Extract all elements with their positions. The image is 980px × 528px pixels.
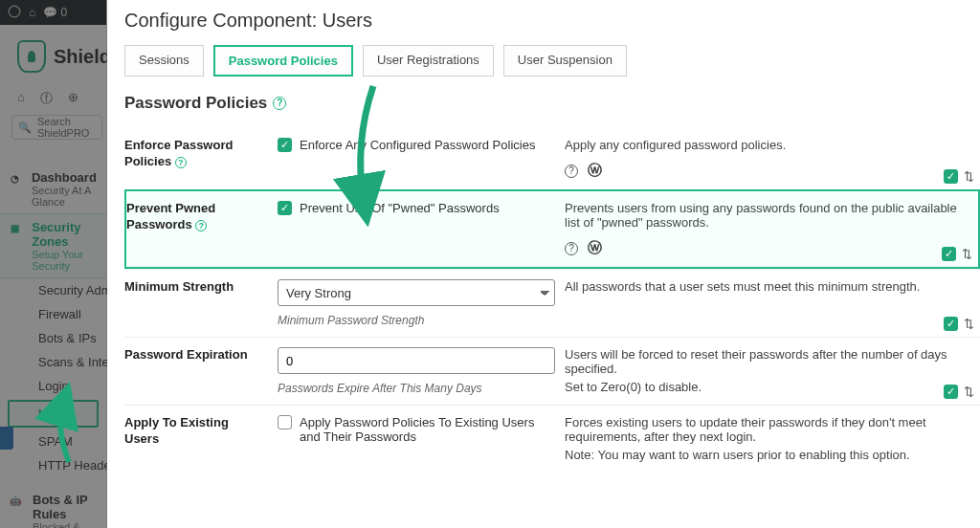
status-ok-icon: ✓ (942, 247, 956, 261)
sidebar-item-security-admin[interactable]: Security Admin (0, 278, 106, 302)
facebook-icon[interactable]: ⓕ (40, 90, 53, 107)
tab-user-registrations[interactable]: User Registrations (363, 45, 494, 77)
wp-admin-bar: ⌂ 💬 0 (0, 0, 106, 25)
brand-logo: Shield (17, 40, 111, 73)
checkbox-enforce[interactable]: ✓ Enforce Any Configured Password Polici… (278, 138, 553, 152)
desc-strength: All passwords that a user sets must meet… (565, 279, 969, 294)
sort-icon[interactable]: ⇅ (964, 385, 974, 399)
label-enforce: Enforce Password Policies ? (124, 128, 278, 189)
wordpress-icon[interactable]: ⓦ (588, 162, 602, 180)
grid-icon: ▦ (10, 220, 20, 235)
shield-icon (17, 40, 46, 73)
home-icon[interactable]: ⌂ (29, 6, 35, 19)
label-expiration: Password Expiration (124, 337, 278, 405)
settings-table: Enforce Password Policies ? ✓ Enforce An… (124, 128, 980, 472)
sidebar-item-users[interactable]: Users (8, 400, 99, 428)
sort-icon[interactable]: ⇅ (962, 247, 972, 261)
help-icon[interactable]: ? (195, 220, 207, 231)
wp-logo-icon[interactable] (8, 5, 21, 21)
desc-expire-2: Set to Zero(0) to disable. (565, 380, 969, 394)
wordpress-icon[interactable]: ⓦ (588, 239, 602, 257)
status-ok-icon: ✓ (944, 169, 958, 184)
status-ok-icon: ✓ (944, 385, 958, 399)
label-pwned: Prevent Pwned Passwords ? (124, 189, 278, 269)
label-apply: Apply To Existing Users (124, 405, 278, 472)
sort-icon[interactable]: ⇅ (964, 169, 974, 184)
app-sidebar: ⌂ 💬 0 Shield ⌂ ⓕ ⊕ 🔍 Search ShieldPRO ◔ … (0, 0, 107, 528)
checkbox-apply[interactable]: Apply Password Policies To Existing User… (278, 415, 553, 444)
tab-password-policies[interactable]: Password Policies (213, 45, 353, 77)
search-input[interactable]: 🔍 Search ShieldPRO (11, 115, 102, 140)
select-strength[interactable]: Very Strong (278, 279, 555, 306)
top-icon-row: ⌂ ⓕ ⊕ (17, 90, 78, 107)
desc-enforce: Apply any configured password policies. (565, 138, 969, 152)
search-icon: 🔍 (18, 121, 32, 134)
nav-group-bots[interactable]: 🤖 Bots & IP Rules Blocked & Bypass (0, 487, 106, 528)
configure-panel: Configure Component: Users Sessions Pass… (107, 0, 980, 528)
sidebar-item-scans[interactable]: Scans & Integrity (0, 350, 106, 374)
sidebar-nav: ◔ Dashboard Security At A Glance ▦ Secur… (0, 165, 106, 528)
tab-sessions[interactable]: Sessions (124, 45, 204, 77)
tab-user-suspension[interactable]: User Suspension (503, 45, 627, 77)
gauge-icon: ◔ (10, 170, 20, 186)
brand-name: Shield (54, 46, 111, 68)
checkbox-pwned[interactable]: ✓ Prevent Use Of "Pwned" Passwords (278, 201, 553, 215)
sidebar-item-bots-ips[interactable]: Bots & IPs (0, 326, 106, 350)
sidebar-item-http-headers[interactable]: HTTP Headers (0, 453, 106, 477)
svg-point-0 (9, 6, 20, 17)
input-expiration[interactable] (278, 347, 555, 374)
info-icon[interactable]: ? (565, 165, 578, 178)
check-icon: ✓ (278, 138, 292, 152)
info-icon[interactable]: ? (565, 242, 578, 255)
desc-expire-1: Users will be forced to reset their pass… (565, 347, 969, 376)
comments-icon[interactable]: 💬 0 (43, 6, 67, 19)
desc-apply-2: Note: You may want to warn users prior t… (565, 448, 969, 462)
nav-group-dashboard[interactable]: ◔ Dashboard Security At A Glance (0, 165, 106, 213)
help-icon[interactable]: ? (273, 97, 286, 110)
sort-icon[interactable]: ⇅ (964, 317, 974, 331)
help-icon[interactable]: ? (175, 157, 187, 168)
desc-pwned: Prevents users from using any passwords … (565, 201, 967, 230)
wp-collapse-handle[interactable] (0, 427, 13, 450)
sidebar-item-firewall[interactable]: Firewall (0, 302, 106, 326)
house-icon[interactable]: ⌂ (17, 90, 25, 107)
section-title: Password Policies ? (124, 94, 980, 113)
checkbox-empty-icon (278, 415, 292, 429)
check-icon: ✓ (278, 201, 292, 215)
robot-icon: 🤖 (10, 493, 21, 508)
sidebar-item-spam[interactable]: SPAM (0, 429, 106, 453)
status-ok-icon: ✓ (944, 317, 958, 331)
label-strength: Minimum Strength (124, 269, 278, 337)
tab-bar: Sessions Password Policies User Registra… (124, 45, 980, 77)
sidebar-item-login[interactable]: Login (0, 374, 106, 398)
desc-apply-1: Forces existing users to update their pa… (565, 415, 969, 444)
nav-group-security-zones[interactable]: ▦ Security Zones Setup Your Security (0, 213, 106, 278)
globe-icon[interactable]: ⊕ (68, 90, 78, 107)
panel-title: Configure Component: Users (124, 10, 980, 32)
